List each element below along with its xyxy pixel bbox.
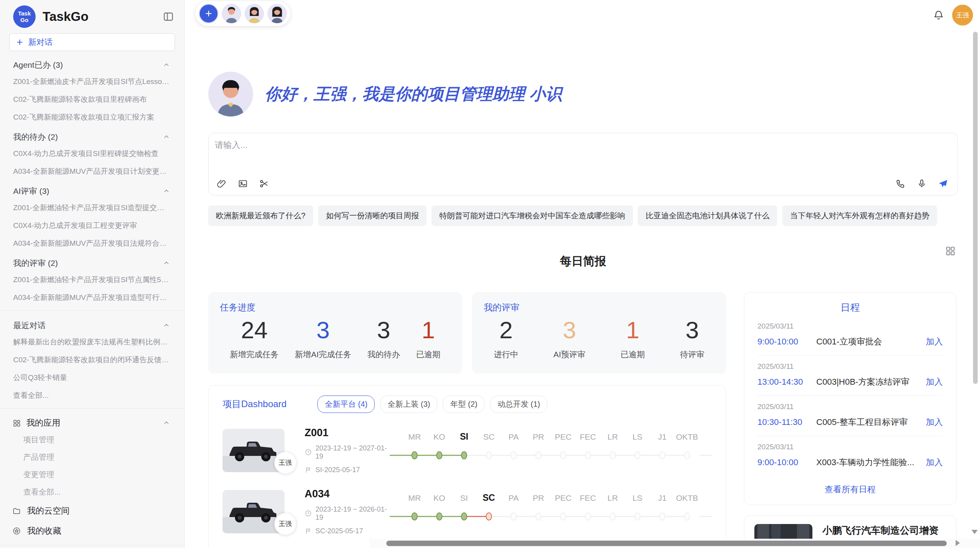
sidebar-item[interactable]: Z001-全新燃油轻卡产品开发项目SI节点属性5D文件评审 bbox=[0, 271, 184, 289]
my-apps-header[interactable]: 我的应用 bbox=[0, 413, 184, 431]
project-row[interactable]: 王强 A034 2023-12-19 ~ 2026-01 bbox=[223, 488, 712, 535]
milestone[interactable]: J1 bbox=[650, 493, 675, 526]
app-item[interactable]: 项目管理 bbox=[0, 431, 184, 449]
milestone[interactable]: LS bbox=[625, 432, 650, 465]
apps-view-all[interactable]: 查看全部... bbox=[0, 483, 184, 501]
paperclip-icon[interactable] bbox=[216, 178, 227, 189]
milestone[interactable]: SI bbox=[452, 493, 476, 526]
milestone[interactable]: SI bbox=[452, 432, 476, 465]
chat-input[interactable] bbox=[214, 139, 952, 171]
dashboard-tab[interactable]: 全新上装 (3) bbox=[380, 396, 437, 413]
chevron-up-icon[interactable] bbox=[163, 260, 170, 266]
sidebar-section-header[interactable]: 我的评审 (2) bbox=[0, 252, 184, 271]
join-link[interactable]: 加入 bbox=[926, 376, 943, 388]
sidebar-section-header[interactable]: Agent已办 (3) bbox=[0, 54, 184, 73]
milestone[interactable]: PA bbox=[501, 493, 526, 526]
sidebar-item[interactable]: C0X4-动力总成开发项目工程变更评审 bbox=[0, 217, 184, 235]
chevron-up-icon[interactable] bbox=[163, 62, 170, 68]
recent-chat-item[interactable]: 解释最新出台的欧盟报废车法规再生塑料比例被调至15%... bbox=[0, 333, 184, 351]
milestone[interactable]: LR bbox=[600, 493, 625, 526]
milestone[interactable]: KO bbox=[427, 493, 452, 526]
suggestion-chip[interactable]: 欧洲新规最近颁布了什么? bbox=[208, 206, 313, 226]
dashboard-tab[interactable]: 年型 (2) bbox=[443, 396, 485, 413]
chevron-up-icon[interactable] bbox=[163, 420, 170, 426]
milestone[interactable]: PA bbox=[501, 432, 526, 465]
schedule-view-all[interactable]: 查看所有日程 bbox=[757, 476, 943, 498]
dashboard-tab[interactable]: 全新平台 (4) bbox=[317, 396, 375, 413]
join-link[interactable]: 加入 bbox=[926, 457, 943, 468]
sidebar-item[interactable]: Z001-全新燃油轻卡产品开发项目SI造型提交物评审 bbox=[0, 199, 184, 217]
milestone[interactable]: PEC bbox=[551, 432, 576, 465]
scissors-icon[interactable] bbox=[259, 178, 269, 189]
phone-icon[interactable] bbox=[895, 178, 906, 189]
dashboard-tab[interactable]: 动总开发 (1) bbox=[490, 396, 547, 413]
sidebar-section-header[interactable]: 我的待办 (2) bbox=[0, 126, 184, 145]
milestone-line bbox=[538, 455, 563, 456]
recent-chats-header[interactable]: 最近对话 bbox=[0, 315, 184, 333]
milestone[interactable]: PR bbox=[526, 493, 551, 526]
sidebar-item[interactable]: A034-全新新能源MUV产品开发项目造型可行性评审 bbox=[0, 289, 184, 307]
image-icon[interactable] bbox=[238, 178, 248, 189]
milestone[interactable]: OKTB bbox=[675, 432, 699, 465]
milestone[interactable]: PEC bbox=[551, 493, 576, 526]
schedule-time: 9:00-10:00 bbox=[757, 457, 816, 468]
milestone[interactable]: LS bbox=[625, 493, 650, 526]
scroll-down-arrow-icon[interactable] bbox=[971, 530, 978, 534]
app-item[interactable]: 变更管理 bbox=[0, 466, 184, 483]
sidebar-item[interactable]: C02-飞腾新能源轻客改款项目里程碑画布 bbox=[0, 91, 184, 108]
sidebar-item[interactable]: C0X4-动力总成开发项目SI里程碑提交物检查 bbox=[0, 145, 184, 163]
suggestion-chip[interactable]: 如何写一份清晰的项目周报 bbox=[318, 206, 427, 226]
milestone[interactable]: KO bbox=[427, 432, 452, 465]
recent-chat-item[interactable]: 公司Q3轻卡销量 bbox=[0, 369, 184, 387]
sidebar-item[interactable]: Z001-全新燃油皮卡产品开发项目SI节点Lesson Learn报告 bbox=[0, 73, 184, 91]
milestone[interactable]: MR bbox=[402, 493, 427, 526]
milestone[interactable]: PR bbox=[526, 432, 551, 465]
microphone-icon[interactable] bbox=[917, 178, 927, 189]
star-badge-icon bbox=[12, 527, 21, 535]
milestone[interactable]: SC bbox=[476, 493, 501, 526]
suggestion-chip[interactable]: 特朗普可能对进口汽车增税会对中国车企造成哪些影响 bbox=[432, 206, 633, 226]
milestone-line bbox=[662, 516, 687, 517]
suggestion-chip[interactable]: 比亚迪全固态电池计划具体说了什么 bbox=[638, 206, 777, 226]
sidebar-section-title: AI评审 (3) bbox=[13, 186, 49, 197]
milestone[interactable]: J1 bbox=[650, 432, 675, 465]
layout-grid-icon[interactable] bbox=[945, 245, 956, 256]
owner-avatar-badge[interactable]: 王强 bbox=[274, 513, 296, 535]
sidebar-item-cloud-space[interactable]: 我的云空间 bbox=[0, 501, 184, 521]
new-chat-button[interactable]: 新对话 bbox=[9, 33, 175, 51]
milestone[interactable]: FEC bbox=[576, 493, 600, 526]
schedule-name[interactable]: C001-立项审批会 bbox=[816, 336, 920, 348]
recent-chat-item[interactable]: C02-飞腾新能源轻客改款项目的闭环通告反馈情况 bbox=[0, 351, 184, 369]
project-code[interactable]: A034 bbox=[305, 488, 389, 500]
join-link[interactable]: 加入 bbox=[926, 416, 943, 428]
project-row[interactable]: 王强 Z001 2023-12-19 ~ 2027-01 bbox=[223, 427, 712, 474]
recent-view-all[interactable]: 查看全部... bbox=[0, 387, 184, 404]
horizontal-scrollbar-thumb[interactable] bbox=[386, 541, 947, 546]
panel-collapse-icon[interactable] bbox=[163, 11, 174, 22]
schedule-name[interactable]: C003|H0B-方案冻结评审 bbox=[816, 376, 920, 388]
milestone[interactable]: SC bbox=[476, 432, 501, 465]
suggestion-chip[interactable]: 当下年轻人对汽车外观有怎样的喜好趋势 bbox=[782, 206, 937, 226]
milestone[interactable]: LR bbox=[600, 432, 625, 465]
milestone[interactable]: MR bbox=[402, 432, 427, 465]
scroll-right-arrow-icon[interactable] bbox=[956, 540, 960, 546]
milestone-line bbox=[489, 516, 514, 517]
vertical-scrollbar-thumb[interactable] bbox=[973, 32, 978, 384]
chevron-up-icon[interactable] bbox=[163, 188, 170, 194]
sidebar-item[interactable]: A034-全新新能源MUV产品开发项目计划变更表编写 bbox=[0, 163, 184, 180]
milestone[interactable]: OKTB bbox=[675, 493, 699, 526]
milestone[interactable]: FEC bbox=[576, 432, 600, 465]
sidebar-item-favorites[interactable]: 我的收藏 bbox=[0, 521, 184, 541]
join-link[interactable]: 加入 bbox=[926, 336, 943, 348]
chevron-up-icon[interactable] bbox=[163, 134, 170, 140]
owner-avatar-badge[interactable]: 王强 bbox=[274, 452, 296, 474]
schedule-name[interactable]: C005-整车工程目标评审 bbox=[816, 416, 920, 428]
sidebar-item[interactable]: A034-全新新能源MUV产品开发项目法规符合性评审 bbox=[0, 235, 184, 252]
sidebar-section-header[interactable]: AI评审 (3) bbox=[0, 180, 184, 199]
chevron-up-icon[interactable] bbox=[163, 322, 170, 329]
schedule-name[interactable]: X003-车辆动力学性能验... bbox=[816, 457, 920, 468]
app-item[interactable]: 产品管理 bbox=[0, 449, 184, 466]
project-code[interactable]: Z001 bbox=[305, 427, 389, 439]
send-icon[interactable] bbox=[938, 178, 948, 189]
sidebar-item[interactable]: C02-飞腾新能源轻客改款项目立项汇报方案 bbox=[0, 108, 184, 126]
